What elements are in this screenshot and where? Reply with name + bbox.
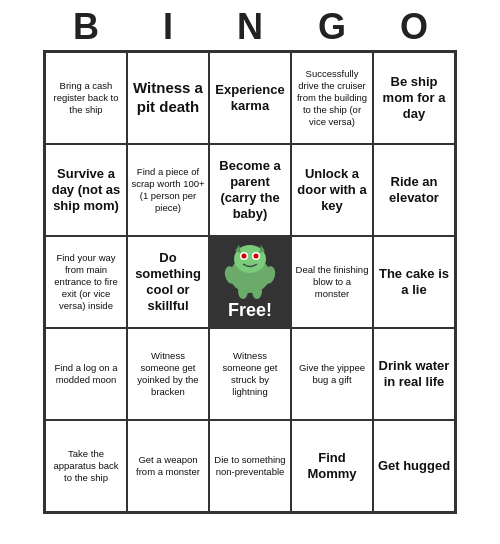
cell-r0c4: Be ship mom for a day — [373, 52, 455, 144]
cell-r1c4: Ride an elevator — [373, 144, 455, 236]
cell-r2c2: Free! — [209, 236, 291, 328]
svg-point-10 — [238, 283, 248, 299]
cell-r3c3: Give the yippee bug a gift — [291, 328, 373, 420]
cell-r0c1: Witness a pit death — [127, 52, 209, 144]
cell-text-r2c4: The cake is a lie — [377, 266, 451, 299]
cell-r2c4: The cake is a lie — [373, 236, 455, 328]
cell-text-r1c2: Become a parent (carry the baby) — [213, 158, 287, 223]
cell-r2c0: Find your way from main entrance to fire… — [45, 236, 127, 328]
cell-text-r0c1: Witness a pit death — [131, 79, 205, 117]
cell-r0c0: Bring a cash register back to the ship — [45, 52, 127, 144]
cell-r4c4: Get hugged — [373, 420, 455, 512]
cell-text-r0c2: Experience karma — [213, 82, 287, 115]
cell-r4c2: Die to something non-preventable — [209, 420, 291, 512]
cell-text-r3c2: Witness someone get struck by lightning — [213, 350, 287, 398]
header-letter-o: O — [373, 6, 455, 48]
cell-text-r4c4: Get hugged — [378, 458, 450, 474]
cell-r2c1: Do something cool or skillful — [127, 236, 209, 328]
cell-text-r4c1: Get a weapon from a monster — [131, 454, 205, 478]
cell-text-r1c1: Find a piece of scrap worth 100+ (1 pers… — [131, 166, 205, 214]
cell-r3c4: Drink water in real life — [373, 328, 455, 420]
cell-r3c1: Witness someone get yoinked by the brack… — [127, 328, 209, 420]
cell-r3c0: Find a log on a modded moon — [45, 328, 127, 420]
cell-r4c1: Get a weapon from a monster — [127, 420, 209, 512]
cell-text-r3c3: Give the yippee bug a gift — [295, 362, 369, 386]
cell-text-r2c1: Do something cool or skillful — [131, 250, 205, 315]
cell-text-r4c0: Take the apparatus back to the ship — [49, 448, 123, 484]
cell-r0c3: Successfully drive the cruiser from the … — [291, 52, 373, 144]
cell-text-r2c3: Deal the finishing blow to a monster — [295, 264, 369, 300]
cell-text-r0c3: Successfully drive the cruiser from the … — [295, 68, 369, 127]
cell-r1c1: Find a piece of scrap worth 100+ (1 pers… — [127, 144, 209, 236]
cell-text-r1c3: Unlock a door with a key — [295, 166, 369, 215]
cell-r2c3: Deal the finishing blow to a monster — [291, 236, 373, 328]
header-letter-b: B — [45, 6, 127, 48]
cell-text-r3c0: Find a log on a modded moon — [49, 362, 123, 386]
cell-text-r4c2: Die to something non-preventable — [213, 454, 287, 478]
cell-r1c0: Survive a day (not as ship mom) — [45, 144, 127, 236]
cell-text-r1c0: Survive a day (not as ship mom) — [49, 166, 123, 215]
svg-point-5 — [254, 254, 259, 259]
cell-text-r0c4: Be ship mom for a day — [377, 74, 451, 123]
cell-r4c0: Take the apparatus back to the ship — [45, 420, 127, 512]
svg-point-11 — [252, 283, 262, 299]
cell-r1c2: Become a parent (carry the baby) — [209, 144, 291, 236]
bingo-header: BINGO — [0, 0, 500, 50]
cell-r1c3: Unlock a door with a key — [291, 144, 373, 236]
cell-text-r0c0: Bring a cash register back to the ship — [49, 80, 123, 116]
cell-text-r4c3: Find Mommy — [295, 450, 369, 483]
cell-text-r3c1: Witness someone get yoinked by the brack… — [131, 350, 205, 398]
header-letter-i: I — [127, 6, 209, 48]
cell-text-r2c0: Find your way from main entrance to fire… — [49, 252, 123, 311]
cell-r0c2: Experience karma — [209, 52, 291, 144]
cell-text-r3c4: Drink water in real life — [377, 358, 451, 391]
cell-text-r1c4: Ride an elevator — [377, 174, 451, 207]
header-letter-n: N — [209, 6, 291, 48]
cell-r4c3: Find Mommy — [291, 420, 373, 512]
bingo-grid: Bring a cash register back to the shipWi… — [43, 50, 457, 514]
svg-point-4 — [242, 254, 247, 259]
header-letter-g: G — [291, 6, 373, 48]
cell-r3c2: Witness someone get struck by lightning — [209, 328, 291, 420]
